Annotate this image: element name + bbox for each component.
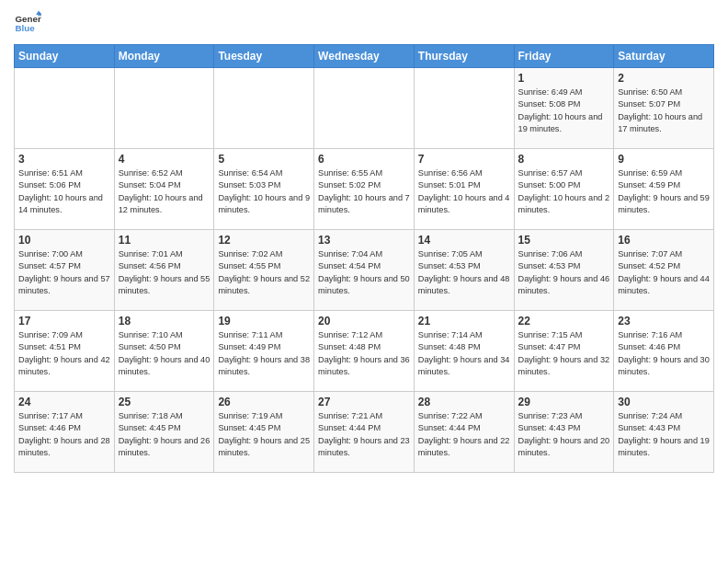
day-info: Sunrise: 6:52 AM Sunset: 5:04 PM Dayligh… [119, 167, 210, 216]
day-info: Sunrise: 6:51 AM Sunset: 5:06 PM Dayligh… [18, 167, 110, 216]
svg-text:Blue: Blue [16, 23, 36, 33]
day-number: 13 [318, 234, 410, 247]
day-info: Sunrise: 6:54 AM Sunset: 5:03 PM Dayligh… [218, 167, 310, 216]
day-info: Sunrise: 7:16 AM Sunset: 4:46 PM Dayligh… [618, 329, 710, 378]
logo: General Blue [14, 9, 41, 37]
day-cell [114, 68, 214, 149]
logo-icon: General Blue [14, 9, 41, 37]
day-info: Sunrise: 6:49 AM Sunset: 5:08 PM Dayligh… [518, 86, 610, 135]
day-cell: 1Sunrise: 6:49 AM Sunset: 5:08 PM Daylig… [514, 68, 614, 149]
day-cell: 10Sunrise: 7:00 AM Sunset: 4:57 PM Dayli… [15, 230, 115, 311]
day-info: Sunrise: 7:23 AM Sunset: 4:43 PM Dayligh… [518, 410, 610, 459]
day-cell: 30Sunrise: 7:24 AM Sunset: 4:43 PM Dayli… [614, 392, 714, 473]
day-cell [414, 68, 514, 149]
day-header-wednesday: Wednesday [314, 45, 415, 68]
day-info: Sunrise: 7:15 AM Sunset: 4:47 PM Dayligh… [518, 329, 610, 378]
day-number: 15 [518, 234, 610, 247]
week-row-3: 10Sunrise: 7:00 AM Sunset: 4:57 PM Dayli… [15, 230, 714, 311]
day-number: 28 [418, 396, 510, 408]
day-info: Sunrise: 7:09 AM Sunset: 4:51 PM Dayligh… [18, 329, 110, 378]
week-row-2: 3Sunrise: 6:51 AM Sunset: 5:06 PM Daylig… [15, 149, 714, 230]
day-cell: 2Sunrise: 6:50 AM Sunset: 5:07 PM Daylig… [614, 68, 714, 149]
day-number: 3 [18, 153, 110, 166]
day-cell: 20Sunrise: 7:12 AM Sunset: 4:48 PM Dayli… [314, 311, 415, 392]
day-info: Sunrise: 7:12 AM Sunset: 4:48 PM Dayligh… [318, 329, 410, 378]
day-info: Sunrise: 7:10 AM Sunset: 4:50 PM Dayligh… [119, 329, 210, 378]
day-info: Sunrise: 7:01 AM Sunset: 4:56 PM Dayligh… [119, 248, 210, 297]
day-cell: 28Sunrise: 7:22 AM Sunset: 4:44 PM Dayli… [414, 392, 514, 473]
day-cell [15, 68, 115, 149]
day-number: 14 [418, 234, 510, 247]
day-info: Sunrise: 7:02 AM Sunset: 4:55 PM Dayligh… [218, 248, 310, 297]
day-cell: 24Sunrise: 7:17 AM Sunset: 4:46 PM Dayli… [15, 392, 115, 473]
day-info: Sunrise: 7:21 AM Sunset: 4:44 PM Dayligh… [318, 410, 410, 459]
day-header-saturday: Saturday [614, 45, 714, 68]
svg-text:General: General [16, 14, 42, 24]
day-cell: 22Sunrise: 7:15 AM Sunset: 4:47 PM Dayli… [514, 311, 614, 392]
day-cell: 8Sunrise: 6:57 AM Sunset: 5:00 PM Daylig… [514, 149, 614, 230]
day-cell: 29Sunrise: 7:23 AM Sunset: 4:43 PM Dayli… [514, 392, 614, 473]
day-number: 30 [618, 396, 710, 408]
header-row: SundayMondayTuesdayWednesdayThursdayFrid… [15, 45, 714, 68]
day-info: Sunrise: 6:56 AM Sunset: 5:01 PM Dayligh… [418, 167, 510, 216]
day-number: 2 [618, 72, 710, 85]
day-number: 26 [218, 396, 310, 408]
day-number: 6 [318, 153, 410, 166]
day-info: Sunrise: 7:14 AM Sunset: 4:48 PM Dayligh… [418, 329, 510, 378]
day-number: 20 [318, 315, 410, 327]
day-number: 23 [618, 315, 710, 327]
day-number: 27 [318, 396, 410, 408]
day-number: 18 [119, 315, 210, 327]
day-number: 12 [218, 234, 310, 247]
day-info: Sunrise: 7:18 AM Sunset: 4:45 PM Dayligh… [119, 410, 210, 459]
day-info: Sunrise: 7:00 AM Sunset: 4:57 PM Dayligh… [18, 248, 110, 297]
day-cell: 3Sunrise: 6:51 AM Sunset: 5:06 PM Daylig… [15, 149, 115, 230]
day-cell: 12Sunrise: 7:02 AM Sunset: 4:55 PM Dayli… [214, 230, 314, 311]
day-cell [214, 68, 314, 149]
calendar-table: SundayMondayTuesdayWednesdayThursdayFrid… [14, 44, 714, 473]
day-number: 7 [418, 153, 510, 166]
day-info: Sunrise: 7:05 AM Sunset: 4:53 PM Dayligh… [418, 248, 510, 297]
day-cell: 25Sunrise: 7:18 AM Sunset: 4:45 PM Dayli… [114, 392, 214, 473]
day-cell: 26Sunrise: 7:19 AM Sunset: 4:45 PM Dayli… [214, 392, 314, 473]
day-cell: 11Sunrise: 7:01 AM Sunset: 4:56 PM Dayli… [114, 230, 214, 311]
header: General Blue [14, 9, 714, 37]
day-number: 9 [618, 153, 710, 166]
day-info: Sunrise: 7:06 AM Sunset: 4:53 PM Dayligh… [518, 248, 610, 297]
day-number: 11 [119, 234, 210, 247]
day-cell: 13Sunrise: 7:04 AM Sunset: 4:54 PM Dayli… [314, 230, 415, 311]
day-cell: 5Sunrise: 6:54 AM Sunset: 5:03 PM Daylig… [214, 149, 314, 230]
day-cell: 7Sunrise: 6:56 AM Sunset: 5:01 PM Daylig… [414, 149, 514, 230]
day-cell: 27Sunrise: 7:21 AM Sunset: 4:44 PM Dayli… [314, 392, 415, 473]
day-cell: 19Sunrise: 7:11 AM Sunset: 4:49 PM Dayli… [214, 311, 314, 392]
day-number: 22 [518, 315, 610, 327]
day-number: 8 [518, 153, 610, 166]
day-number: 19 [218, 315, 310, 327]
day-cell: 23Sunrise: 7:16 AM Sunset: 4:46 PM Dayli… [614, 311, 714, 392]
day-info: Sunrise: 7:24 AM Sunset: 4:43 PM Dayligh… [618, 410, 710, 459]
week-row-4: 17Sunrise: 7:09 AM Sunset: 4:51 PM Dayli… [15, 311, 714, 392]
day-info: Sunrise: 7:22 AM Sunset: 4:44 PM Dayligh… [418, 410, 510, 459]
day-cell: 6Sunrise: 6:55 AM Sunset: 5:02 PM Daylig… [314, 149, 415, 230]
day-header-sunday: Sunday [15, 45, 115, 68]
day-number: 16 [618, 234, 710, 247]
day-header-thursday: Thursday [414, 45, 514, 68]
day-cell [314, 68, 415, 149]
day-number: 10 [18, 234, 110, 247]
day-cell: 17Sunrise: 7:09 AM Sunset: 4:51 PM Dayli… [15, 311, 115, 392]
day-info: Sunrise: 6:55 AM Sunset: 5:02 PM Dayligh… [318, 167, 410, 216]
day-cell: 14Sunrise: 7:05 AM Sunset: 4:53 PM Dayli… [414, 230, 514, 311]
day-cell: 18Sunrise: 7:10 AM Sunset: 4:50 PM Dayli… [114, 311, 214, 392]
day-cell: 16Sunrise: 7:07 AM Sunset: 4:52 PM Dayli… [614, 230, 714, 311]
day-cell: 15Sunrise: 7:06 AM Sunset: 4:53 PM Dayli… [514, 230, 614, 311]
day-info: Sunrise: 7:17 AM Sunset: 4:46 PM Dayligh… [18, 410, 110, 459]
day-info: Sunrise: 7:19 AM Sunset: 4:45 PM Dayligh… [218, 410, 310, 459]
day-info: Sunrise: 6:50 AM Sunset: 5:07 PM Dayligh… [618, 86, 710, 135]
day-info: Sunrise: 7:11 AM Sunset: 4:49 PM Dayligh… [218, 329, 310, 378]
week-row-1: 1Sunrise: 6:49 AM Sunset: 5:08 PM Daylig… [15, 68, 714, 149]
day-info: Sunrise: 7:07 AM Sunset: 4:52 PM Dayligh… [618, 248, 710, 297]
day-number: 17 [18, 315, 110, 327]
page-container: General Blue SundayMondayTuesdayWednesda… [0, 0, 728, 482]
day-header-tuesday: Tuesday [214, 45, 314, 68]
day-cell: 21Sunrise: 7:14 AM Sunset: 4:48 PM Dayli… [414, 311, 514, 392]
